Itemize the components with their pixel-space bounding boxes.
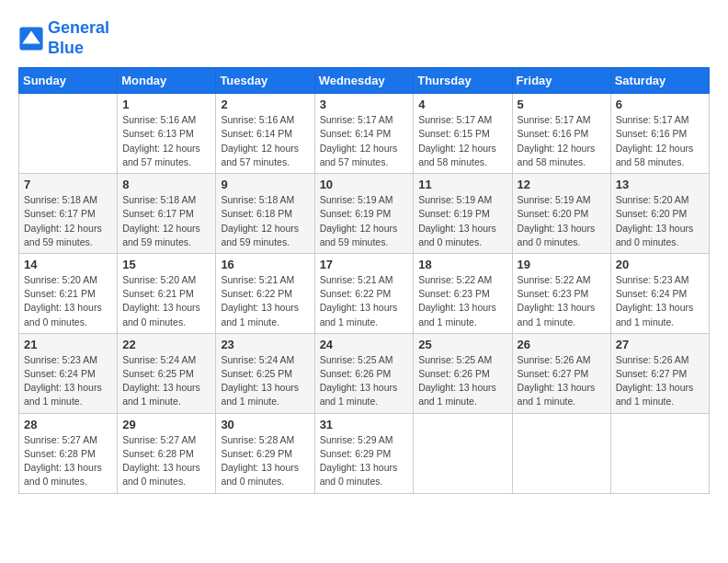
logo-icon [18,26,44,52]
day-number: 30 [221,418,309,431]
cell-info: Sunrise: 5:25 AM Sunset: 6:26 PM Dayligh… [418,353,506,409]
day-number: 11 [418,178,506,191]
cell-info: Sunrise: 5:24 AM Sunset: 6:25 PM Dayligh… [221,353,309,409]
calendar-cell: 25Sunrise: 5:25 AM Sunset: 6:26 PM Dayli… [414,333,512,413]
day-number: 5 [518,98,606,111]
day-number: 22 [122,338,210,351]
cell-info: Sunrise: 5:19 AM Sunset: 6:19 PM Dayligh… [320,193,409,249]
cell-info: Sunrise: 5:22 AM Sunset: 6:23 PM Dayligh… [418,273,506,329]
day-number: 1 [122,98,210,111]
calendar-cell: 20Sunrise: 5:23 AM Sunset: 6:24 PM Dayli… [610,253,709,333]
calendar-cell: 29Sunrise: 5:27 AM Sunset: 6:28 PM Dayli… [118,413,216,493]
cell-info: Sunrise: 5:17 AM Sunset: 6:14 PM Dayligh… [320,113,409,169]
cell-info: Sunrise: 5:28 AM Sunset: 6:29 PM Dayligh… [221,433,309,489]
calendar-cell: 17Sunrise: 5:21 AM Sunset: 6:22 PM Dayli… [314,253,414,333]
weekday-header-tuesday: Tuesday [216,68,314,94]
cell-info: Sunrise: 5:18 AM Sunset: 6:17 PM Dayligh… [24,193,112,249]
day-number: 24 [320,338,409,351]
cell-info: Sunrise: 5:20 AM Sunset: 6:20 PM Dayligh… [616,193,704,249]
calendar-cell: 27Sunrise: 5:26 AM Sunset: 6:27 PM Dayli… [610,333,709,413]
cell-info: Sunrise: 5:16 AM Sunset: 6:13 PM Dayligh… [122,113,210,169]
calendar-week-row: 14Sunrise: 5:20 AM Sunset: 6:21 PM Dayli… [19,253,710,333]
day-number: 21 [24,338,112,351]
calendar-week-row: 1Sunrise: 5:16 AM Sunset: 6:13 PM Daylig… [19,94,710,174]
weekday-header-wednesday: Wednesday [314,68,414,94]
day-number: 26 [518,338,606,351]
cell-info: Sunrise: 5:29 AM Sunset: 6:29 PM Dayligh… [320,433,409,489]
day-number: 31 [320,418,409,431]
cell-info: Sunrise: 5:25 AM Sunset: 6:26 PM Dayligh… [320,353,409,409]
calendar-cell: 26Sunrise: 5:26 AM Sunset: 6:27 PM Dayli… [512,333,610,413]
day-number: 6 [616,98,704,111]
cell-info: Sunrise: 5:20 AM Sunset: 6:21 PM Dayligh… [122,273,210,329]
day-number: 27 [616,338,704,351]
calendar-cell [512,413,610,493]
logo: General Blue [18,18,109,58]
weekday-header-friday: Friday [512,68,610,94]
calendar-cell: 1Sunrise: 5:16 AM Sunset: 6:13 PM Daylig… [118,94,216,174]
calendar-cell: 8Sunrise: 5:18 AM Sunset: 6:17 PM Daylig… [118,174,216,254]
day-number: 28 [24,418,112,431]
day-number: 13 [616,178,704,191]
cell-info: Sunrise: 5:26 AM Sunset: 6:27 PM Dayligh… [616,353,704,409]
weekday-header-thursday: Thursday [414,68,512,94]
calendar-week-row: 7Sunrise: 5:18 AM Sunset: 6:17 PM Daylig… [19,174,710,254]
calendar-cell [19,94,118,174]
calendar-cell: 12Sunrise: 5:19 AM Sunset: 6:20 PM Dayli… [512,174,610,254]
day-number: 12 [518,178,606,191]
cell-info: Sunrise: 5:23 AM Sunset: 6:24 PM Dayligh… [24,353,112,409]
cell-info: Sunrise: 5:20 AM Sunset: 6:21 PM Dayligh… [24,273,112,329]
weekday-header-sunday: Sunday [19,68,118,94]
day-number: 3 [320,98,409,111]
page-header: General Blue [18,18,710,58]
day-number: 18 [418,258,506,271]
day-number: 4 [418,98,506,111]
logo-text: General Blue [48,18,109,58]
cell-info: Sunrise: 5:17 AM Sunset: 6:16 PM Dayligh… [518,113,606,169]
day-number: 25 [418,338,506,351]
cell-info: Sunrise: 5:17 AM Sunset: 6:16 PM Dayligh… [616,113,704,169]
calendar-cell: 9Sunrise: 5:18 AM Sunset: 6:18 PM Daylig… [216,174,314,254]
day-number: 29 [122,418,210,431]
cell-info: Sunrise: 5:16 AM Sunset: 6:14 PM Dayligh… [221,113,309,169]
day-number: 8 [122,178,210,191]
calendar-cell [610,413,709,493]
calendar-cell: 5Sunrise: 5:17 AM Sunset: 6:16 PM Daylig… [512,94,610,174]
day-number: 17 [320,258,409,271]
cell-info: Sunrise: 5:18 AM Sunset: 6:17 PM Dayligh… [122,193,210,249]
calendar-cell: 28Sunrise: 5:27 AM Sunset: 6:28 PM Dayli… [19,413,118,493]
cell-info: Sunrise: 5:18 AM Sunset: 6:18 PM Dayligh… [221,193,309,249]
cell-info: Sunrise: 5:17 AM Sunset: 6:15 PM Dayligh… [418,113,506,169]
day-number: 19 [518,258,606,271]
day-number: 2 [221,98,309,111]
calendar-body: 1Sunrise: 5:16 AM Sunset: 6:13 PM Daylig… [19,94,710,493]
calendar-cell: 18Sunrise: 5:22 AM Sunset: 6:23 PM Dayli… [414,253,512,333]
day-number: 16 [221,258,309,271]
calendar-cell [414,413,512,493]
calendar-week-row: 21Sunrise: 5:23 AM Sunset: 6:24 PM Dayli… [19,333,710,413]
calendar-cell: 30Sunrise: 5:28 AM Sunset: 6:29 PM Dayli… [216,413,314,493]
calendar-cell: 4Sunrise: 5:17 AM Sunset: 6:15 PM Daylig… [414,94,512,174]
calendar-cell: 10Sunrise: 5:19 AM Sunset: 6:19 PM Dayli… [314,174,414,254]
calendar-table: SundayMondayTuesdayWednesdayThursdayFrid… [18,67,710,493]
cell-info: Sunrise: 5:26 AM Sunset: 6:27 PM Dayligh… [518,353,606,409]
day-number: 23 [221,338,309,351]
calendar-cell: 7Sunrise: 5:18 AM Sunset: 6:17 PM Daylig… [19,174,118,254]
calendar-cell: 19Sunrise: 5:22 AM Sunset: 6:23 PM Dayli… [512,253,610,333]
calendar-cell: 3Sunrise: 5:17 AM Sunset: 6:14 PM Daylig… [314,94,414,174]
cell-info: Sunrise: 5:27 AM Sunset: 6:28 PM Dayligh… [122,433,210,489]
calendar-cell: 2Sunrise: 5:16 AM Sunset: 6:14 PM Daylig… [216,94,314,174]
cell-info: Sunrise: 5:23 AM Sunset: 6:24 PM Dayligh… [616,273,704,329]
calendar-cell: 14Sunrise: 5:20 AM Sunset: 6:21 PM Dayli… [19,253,118,333]
calendar-header-row: SundayMondayTuesdayWednesdayThursdayFrid… [19,68,710,94]
cell-info: Sunrise: 5:21 AM Sunset: 6:22 PM Dayligh… [320,273,409,329]
calendar-cell: 13Sunrise: 5:20 AM Sunset: 6:20 PM Dayli… [610,174,709,254]
cell-info: Sunrise: 5:21 AM Sunset: 6:22 PM Dayligh… [221,273,309,329]
weekday-header-saturday: Saturday [610,68,709,94]
cell-info: Sunrise: 5:24 AM Sunset: 6:25 PM Dayligh… [122,353,210,409]
calendar-cell: 22Sunrise: 5:24 AM Sunset: 6:25 PM Dayli… [118,333,216,413]
cell-info: Sunrise: 5:19 AM Sunset: 6:19 PM Dayligh… [418,193,506,249]
calendar-cell: 23Sunrise: 5:24 AM Sunset: 6:25 PM Dayli… [216,333,314,413]
cell-info: Sunrise: 5:22 AM Sunset: 6:23 PM Dayligh… [518,273,606,329]
day-number: 20 [616,258,704,271]
